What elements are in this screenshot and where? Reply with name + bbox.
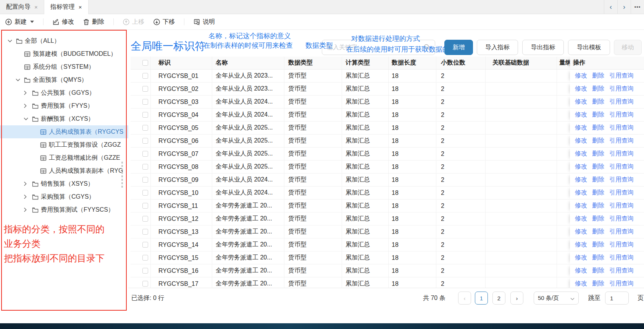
page-button-1[interactable]: 1 [475,292,488,305]
reference-query-link[interactable]: 引用查询 [609,254,634,262]
row-checkbox[interactable] [142,229,148,235]
reference-query-link[interactable]: 引用查询 [609,280,634,288]
tree-item-table[interactable]: 系统分组（SYSTEM） [0,60,128,73]
reference-query-link[interactable]: 引用查询 [609,111,634,119]
tree-item-folder[interactable]: 全面预算（QMYS） [0,73,128,86]
tree-item-table[interactable]: 人员构成预算表（RYGCYS [0,125,128,138]
delete-link[interactable]: 删除 [592,254,604,262]
reference-query-link[interactable]: 引用查询 [609,189,634,197]
tree-item-folder[interactable]: 采购预算（CGYS） [0,190,128,203]
row-checkbox[interactable] [142,164,148,170]
delete-link[interactable]: 删除 [592,72,604,80]
tab-more-button[interactable]: ••• [631,0,644,14]
tab-config-wizard[interactable]: 配置向导 × [0,0,44,14]
tree-item-table[interactable]: 人员构成预算表副本（RYG [0,164,128,177]
delete-link[interactable]: 删除 [592,241,604,249]
help-button[interactable]: 说明 [194,18,215,26]
reference-query-link[interactable]: 引用查询 [609,215,634,223]
row-checkbox[interactable] [142,203,148,209]
tab-scroll-left-button[interactable]: ‹ [604,0,617,14]
reference-query-link[interactable]: 引用查询 [609,124,634,132]
reference-query-link[interactable]: 引用查询 [609,228,634,236]
edit-link[interactable]: 修改 [575,85,587,93]
reference-query-link[interactable]: 引用查询 [609,267,634,275]
row-checkbox[interactable] [142,99,148,105]
row-checkbox[interactable] [142,125,148,131]
tree-item-folder[interactable]: 费用预算（FYYS） [0,99,128,112]
edit-link[interactable]: 修改 [575,215,587,223]
delete-link[interactable]: 删除 [592,137,604,145]
delete-link[interactable]: 删除 [592,111,604,119]
edit-link[interactable]: 修改 [575,280,587,288]
row-checkbox[interactable] [142,73,148,79]
reference-query-link[interactable]: 引用查询 [609,98,634,106]
reference-query-link[interactable]: 引用查询 [609,150,634,158]
edit-link[interactable]: 修改 [575,98,587,106]
row-checkbox[interactable] [142,255,148,261]
edit-link[interactable]: 修改 [575,111,587,119]
sidebar-resize-handle[interactable] [121,162,123,188]
row-checkbox[interactable] [142,86,148,92]
edit-link[interactable]: 修改 [575,254,587,262]
jump-to-page-input[interactable] [605,292,629,305]
reference-query-link[interactable]: 引用查询 [609,163,634,171]
tab-scroll-right-button[interactable]: › [617,0,631,14]
edit-link[interactable]: 修改 [575,124,587,132]
row-checkbox[interactable] [142,177,148,183]
edit-link[interactable]: 修改 [575,176,587,184]
delete-button[interactable]: 删除 [83,18,104,26]
page-size-select[interactable]: 50 条/页 [534,292,579,305]
reference-query-link[interactable]: 引用查询 [609,241,634,249]
delete-link[interactable]: 删除 [592,202,604,210]
reference-query-link[interactable]: 引用查询 [609,137,634,145]
edit-link[interactable]: 修改 [575,163,587,171]
reference-query-link[interactable]: 引用查询 [609,85,634,93]
tree-item-table[interactable]: 职工工资预算假设（ZGGZ [0,138,128,151]
delete-link[interactable]: 删除 [592,267,604,275]
delete-link[interactable]: 删除 [592,215,604,223]
prev-page-button[interactable]: ‹ [458,292,471,305]
chevron-right-icon[interactable] [24,104,32,108]
export-template-button[interactable]: 导出模板 [568,40,610,55]
delete-link[interactable]: 删除 [592,189,604,197]
chevron-right-icon[interactable] [24,194,32,199]
move-button[interactable]: 移动 [614,40,642,55]
chevron-right-icon[interactable] [24,91,32,95]
tree-item-folder[interactable]: 薪酬预算（XCYS） [0,112,128,125]
chevron-down-icon[interactable] [16,78,24,81]
delete-link[interactable]: 删除 [592,228,604,236]
close-icon[interactable]: × [79,4,82,10]
row-checkbox[interactable] [142,216,148,222]
row-checkbox[interactable] [142,151,148,157]
edit-link[interactable]: 修改 [575,150,587,158]
move-up-button[interactable]: 上移 [123,18,144,26]
row-checkbox[interactable] [142,138,148,144]
row-checkbox[interactable] [142,112,148,118]
export-indicators-button[interactable]: 导出指标 [522,40,564,55]
edit-link[interactable]: 修改 [575,267,587,275]
page-button-2[interactable]: 2 [492,292,505,305]
edit-link[interactable]: 修改 [575,228,587,236]
chevron-right-icon[interactable] [24,207,32,212]
row-checkbox[interactable] [142,242,148,248]
tree-item-table[interactable]: 预算建模（BUDGETMODEL） [0,47,128,60]
delete-link[interactable]: 删除 [592,163,604,171]
row-checkbox[interactable] [142,281,148,287]
edit-link[interactable]: 修改 [575,241,587,249]
delete-link[interactable]: 删除 [592,124,604,132]
tree-item-table[interactable]: 工资总额增减比例（GZZE [0,151,128,164]
tree-item-folder[interactable]: 费用预算测试（FYYSCS） [0,203,128,216]
edit-link[interactable]: 修改 [575,137,587,145]
close-icon[interactable]: × [34,4,38,10]
tab-indicator-management[interactable]: 指标管理 × [44,0,89,14]
reference-query-link[interactable]: 引用查询 [609,202,634,210]
row-checkbox[interactable] [142,190,148,196]
delete-link[interactable]: 删除 [592,150,604,158]
select-all-checkbox[interactable] [142,60,148,66]
delete-link[interactable]: 删除 [592,176,604,184]
row-checkbox[interactable] [142,268,148,274]
edit-link[interactable]: 修改 [575,72,587,80]
tree-item-folder[interactable]: 公共预算（GGYS） [0,86,128,99]
move-down-button[interactable]: 下移 [153,18,175,26]
add-button[interactable]: 新增 [444,40,473,55]
